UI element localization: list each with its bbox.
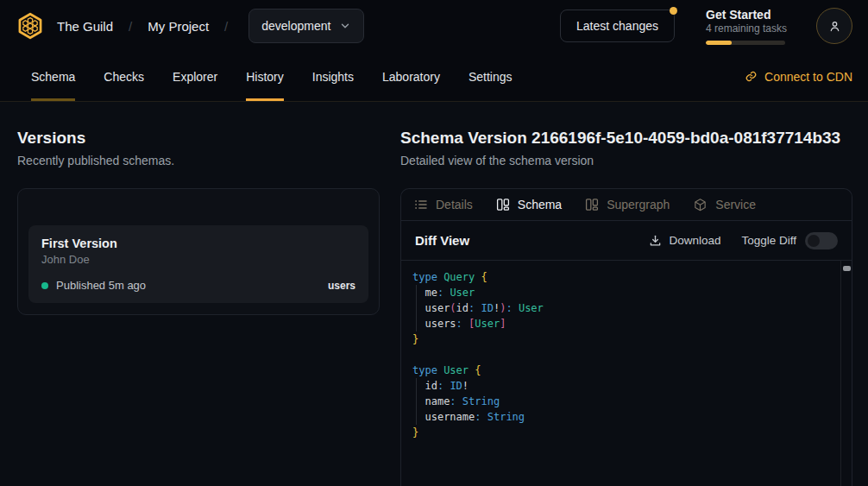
code-token: ID xyxy=(481,302,494,314)
get-started-widget[interactable]: Get Started 4 remaining tasks xyxy=(706,8,785,45)
schema-version-subtitle: Detailed view of the schema version xyxy=(400,154,852,167)
primary-nav: SchemaChecksExplorerHistoryInsightsLabor… xyxy=(0,52,868,102)
versions-list-card: First Version John Doe Published 5m ago … xyxy=(17,188,380,315)
code-token xyxy=(481,411,487,423)
code-line: me: User xyxy=(412,285,829,300)
download-button[interactable]: Download xyxy=(649,234,720,247)
detail-tab-schema[interactable]: Schema xyxy=(496,198,562,211)
code-token: } xyxy=(412,333,418,345)
breadcrumb-project[interactable]: My Project xyxy=(148,19,209,34)
code-token: User xyxy=(450,287,475,299)
code-token xyxy=(475,271,481,283)
columns-icon xyxy=(585,198,599,211)
person-icon xyxy=(827,19,842,34)
code-token xyxy=(412,318,425,330)
code-token xyxy=(475,302,481,314)
version-detail-section: Schema Version 2166196f-5e10-4059-bd0a-0… xyxy=(400,128,852,486)
code-line: } xyxy=(412,331,829,347)
code-token: User xyxy=(519,302,544,314)
detail-tab-details[interactable]: Details xyxy=(414,198,473,211)
code-token: User xyxy=(475,318,500,330)
diff-view-title: Diff View xyxy=(415,233,469,248)
breadcrumb-org[interactable]: The Guild xyxy=(57,19,113,34)
version-author: John Doe xyxy=(41,253,355,266)
toggle-diff-group: Toggle Diff xyxy=(741,232,838,249)
code-token xyxy=(412,302,425,314)
user-avatar[interactable] xyxy=(816,8,852,44)
environment-selector-value: development xyxy=(261,19,330,33)
cube-icon xyxy=(693,198,708,212)
code-token xyxy=(456,395,462,407)
code-token xyxy=(412,411,425,423)
code-line: id: ID! xyxy=(412,378,829,394)
detail-tab-supergraph[interactable]: Supergraph xyxy=(585,198,670,211)
code-token: ! xyxy=(462,380,469,392)
code-token: type xyxy=(412,271,437,283)
nav-tab-laboratory[interactable]: Laboratory xyxy=(382,52,440,101)
list-icon xyxy=(414,198,428,211)
nav-tab-history[interactable]: History xyxy=(246,52,284,101)
connect-to-cdn-link[interactable]: Connect to CDN xyxy=(745,52,852,101)
toggle-diff-switch[interactable] xyxy=(805,232,838,249)
version-list-item[interactable]: First Version John Doe Published 5m ago … xyxy=(28,225,368,303)
get-started-title: Get Started xyxy=(706,8,785,22)
code-token: ] xyxy=(500,318,506,330)
columns-icon xyxy=(496,198,510,211)
code-scrollbar-thumb[interactable] xyxy=(843,266,851,271)
code-token: : xyxy=(450,395,456,407)
environment-selector[interactable]: development xyxy=(248,9,364,43)
detail-tab-label: Supergraph xyxy=(607,198,670,211)
main-content: Versions Recently published schemas. Fir… xyxy=(0,102,868,486)
code-token: { xyxy=(481,271,487,283)
indent-guide xyxy=(416,285,417,331)
code-token xyxy=(462,318,469,330)
versions-panel: Versions Recently published schemas. Fir… xyxy=(17,128,380,486)
code-token: : xyxy=(506,302,512,314)
toggle-diff-label: Toggle Diff xyxy=(741,234,796,247)
diff-toolbar-actions: Download Toggle Diff xyxy=(649,232,838,249)
get-started-subtitle: 4 remaining tasks xyxy=(706,22,785,35)
schema-version-title: Schema Version 2166196f-5e10-4059-bd0a-0… xyxy=(400,128,852,148)
code-token: username xyxy=(425,411,475,423)
code-token xyxy=(412,287,425,299)
version-name: First Version xyxy=(41,237,355,250)
nav-tabs: SchemaChecksExplorerHistoryInsightsLabor… xyxy=(31,52,541,101)
code-token: String xyxy=(487,411,525,423)
code-lines: type Query { me: User user(id: ID!): Use… xyxy=(412,269,829,440)
code-token: name xyxy=(425,395,450,407)
code-token xyxy=(513,302,519,314)
code-token: id xyxy=(425,380,437,392)
code-line: name: String xyxy=(412,394,829,409)
get-started-progress-fill xyxy=(706,41,732,45)
code-line: users: [User] xyxy=(412,316,829,331)
code-token: : xyxy=(456,318,462,330)
nav-tab-insights[interactable]: Insights xyxy=(312,52,354,101)
nav-tab-explorer[interactable]: Explorer xyxy=(173,52,217,101)
code-token: id xyxy=(456,302,469,314)
code-token xyxy=(412,380,425,392)
app-header: The Guild / My Project / development Lat… xyxy=(0,0,868,52)
detail-tab-label: Details xyxy=(436,198,473,211)
latest-changes-button[interactable]: Latest changes xyxy=(560,9,675,42)
code-token: User xyxy=(443,364,469,376)
hive-logo-icon[interactable] xyxy=(16,11,45,41)
get-started-progress-bar xyxy=(706,41,785,45)
chevron-down-icon xyxy=(339,20,351,32)
toggle-knob xyxy=(808,235,820,247)
code-token: user xyxy=(425,302,450,314)
code-token: } xyxy=(412,426,418,439)
connect-to-cdn-label: Connect to CDN xyxy=(764,70,852,84)
nav-tab-settings[interactable]: Settings xyxy=(469,52,513,101)
version-service-badge: users xyxy=(328,280,355,292)
nav-tab-checks[interactable]: Checks xyxy=(104,52,144,101)
version-status-text: Published 5m ago xyxy=(56,279,146,292)
code-line: user(id: ID!): User xyxy=(412,300,829,316)
nav-tab-schema[interactable]: Schema xyxy=(31,52,75,101)
published-status-dot xyxy=(41,282,48,289)
code-token: users xyxy=(425,318,456,330)
schema-code-viewer[interactable]: type Query { me: User user(id: ID!): Use… xyxy=(401,261,852,486)
code-token: me xyxy=(425,287,437,299)
download-label: Download xyxy=(669,234,720,247)
header-right-group: Latest changes Get Started 4 remaining t… xyxy=(560,8,852,45)
detail-tab-service[interactable]: Service xyxy=(693,198,756,212)
